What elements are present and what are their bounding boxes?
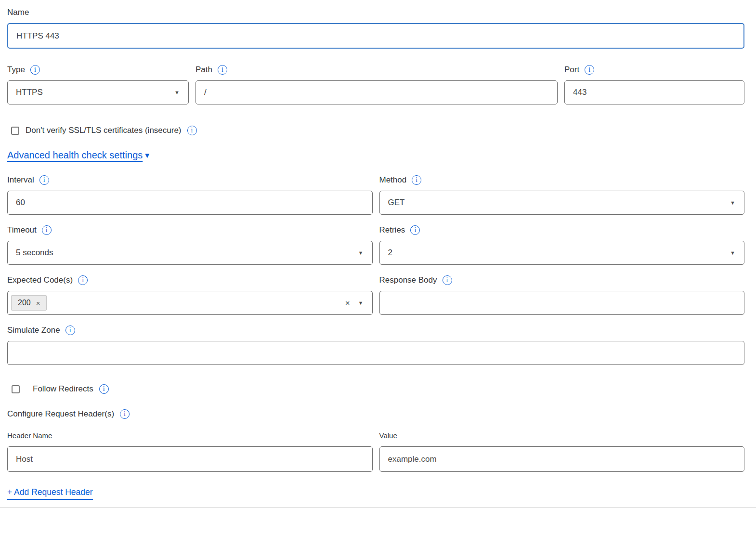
expected-codes-multiselect[interactable]: 200 × × ▼ xyxy=(7,291,373,315)
code-tag: 200 × xyxy=(11,295,47,311)
codes-body-row: Expected Code(s) i 200 × × ▼ Response Bo… xyxy=(7,275,744,325)
method-label: Method xyxy=(379,175,407,185)
advanced-settings-link[interactable]: Advanced health check settings▼ xyxy=(7,150,151,160)
method-select-value: GET xyxy=(388,198,405,208)
add-request-header-link[interactable]: + Add Request Header xyxy=(7,487,93,500)
retries-select[interactable]: 2 ▼ xyxy=(379,241,745,265)
port-label: Port xyxy=(564,65,579,75)
expected-codes-info-icon[interactable]: i xyxy=(78,275,88,285)
path-input[interactable] xyxy=(196,80,558,104)
timeout-select[interactable]: 5 seconds ▼ xyxy=(7,241,373,265)
type-field: Type i HTTPS ▼ xyxy=(7,65,189,104)
type-info-icon[interactable]: i xyxy=(30,65,40,75)
header-name-input[interactable] xyxy=(7,446,373,472)
response-body-field: Response Body i xyxy=(379,275,745,325)
verify-ssl-row: Don't verify SSL/TLS certificates (insec… xyxy=(11,126,744,135)
advanced-settings-row: Advanced health check settings▼ xyxy=(7,150,744,161)
retries-select-value: 2 xyxy=(388,248,392,258)
expected-codes-field: Expected Code(s) i 200 × × ▼ xyxy=(7,275,373,325)
response-body-info-icon[interactable]: i xyxy=(443,275,452,285)
caret-down-icon[interactable]: ▼ xyxy=(358,300,364,306)
timeout-label: Timeout xyxy=(7,225,37,235)
follow-redirects-row: Follow Redirects i xyxy=(12,384,744,394)
request-headers-label: Configure Request Header(s) xyxy=(7,409,114,419)
header-name-field: Header Name xyxy=(7,431,373,472)
verify-ssl-label: Don't verify SSL/TLS certificates (insec… xyxy=(26,126,182,135)
interval-info-icon[interactable]: i xyxy=(39,175,49,185)
port-field: Port i xyxy=(564,65,744,104)
type-path-port-row: Type i HTTPS ▼ Path i Port i xyxy=(7,65,744,104)
method-field: Method i GET ▼ xyxy=(379,175,745,225)
header-value-label: Value xyxy=(379,431,397,440)
section-divider xyxy=(0,507,756,507)
port-info-icon[interactable]: i xyxy=(585,65,594,75)
name-label-row: Name xyxy=(7,8,744,17)
caret-down-icon: ▼ xyxy=(143,151,151,159)
code-tag-value: 200 xyxy=(18,299,31,307)
response-body-label: Response Body xyxy=(379,275,437,285)
verify-ssl-info-icon[interactable]: i xyxy=(187,126,197,135)
request-header-row: Header Name Value xyxy=(7,431,744,472)
timeout-info-icon[interactable]: i xyxy=(42,225,52,235)
type-select-value: HTTPS xyxy=(16,88,43,97)
timeout-retries-row: Timeout i 5 seconds ▼ Retries i 2 ▼ xyxy=(7,225,744,275)
interval-method-row: Interval i Method i GET ▼ xyxy=(7,175,744,225)
interval-field: Interval i xyxy=(7,175,373,225)
name-field: Name xyxy=(7,8,744,49)
follow-redirects-info-icon[interactable]: i xyxy=(99,384,109,394)
header-value-field: Value xyxy=(379,431,745,472)
simulate-zone-label: Simulate Zone xyxy=(7,325,60,335)
tag-remove-icon[interactable]: × xyxy=(36,299,40,307)
interval-input[interactable] xyxy=(7,191,373,215)
retries-label: Retries xyxy=(379,225,405,235)
interval-label: Interval xyxy=(7,175,34,185)
retries-info-icon[interactable]: i xyxy=(410,225,420,235)
request-headers-info-icon[interactable]: i xyxy=(120,409,130,419)
caret-down-icon: ▼ xyxy=(730,250,735,256)
request-headers-section: Configure Request Header(s) i xyxy=(7,409,744,419)
simulate-zone-field: Simulate Zone i xyxy=(7,325,744,365)
advanced-settings-label: Advanced health check settings xyxy=(7,150,143,160)
retries-field: Retries i 2 ▼ xyxy=(379,225,745,275)
header-name-label: Header Name xyxy=(7,431,52,440)
caret-down-icon: ▼ xyxy=(174,90,180,95)
port-input[interactable] xyxy=(564,80,744,104)
follow-redirects-checkbox[interactable] xyxy=(12,385,20,393)
timeout-field: Timeout i 5 seconds ▼ xyxy=(7,225,373,275)
follow-redirects-label: Follow Redirects xyxy=(33,384,93,394)
name-label: Name xyxy=(7,8,29,17)
expected-codes-label: Expected Code(s) xyxy=(7,275,73,285)
caret-down-icon: ▼ xyxy=(730,200,735,206)
simulate-zone-info-icon[interactable]: i xyxy=(65,325,75,335)
verify-ssl-checkbox[interactable] xyxy=(11,127,19,135)
method-select[interactable]: GET ▼ xyxy=(379,191,745,215)
clear-all-icon[interactable]: × xyxy=(345,299,350,307)
path-field: Path i xyxy=(196,65,558,104)
method-info-icon[interactable]: i xyxy=(412,175,421,185)
timeout-select-value: 5 seconds xyxy=(16,248,53,258)
path-label: Path xyxy=(196,65,212,75)
caret-down-icon: ▼ xyxy=(358,250,364,256)
response-body-input[interactable] xyxy=(379,291,745,315)
type-label: Type xyxy=(7,65,25,75)
simulate-zone-input[interactable] xyxy=(7,341,744,365)
header-value-input[interactable] xyxy=(379,446,745,472)
type-select[interactable]: HTTPS ▼ xyxy=(7,80,189,104)
path-info-icon[interactable]: i xyxy=(218,65,227,75)
name-input[interactable] xyxy=(7,23,744,49)
